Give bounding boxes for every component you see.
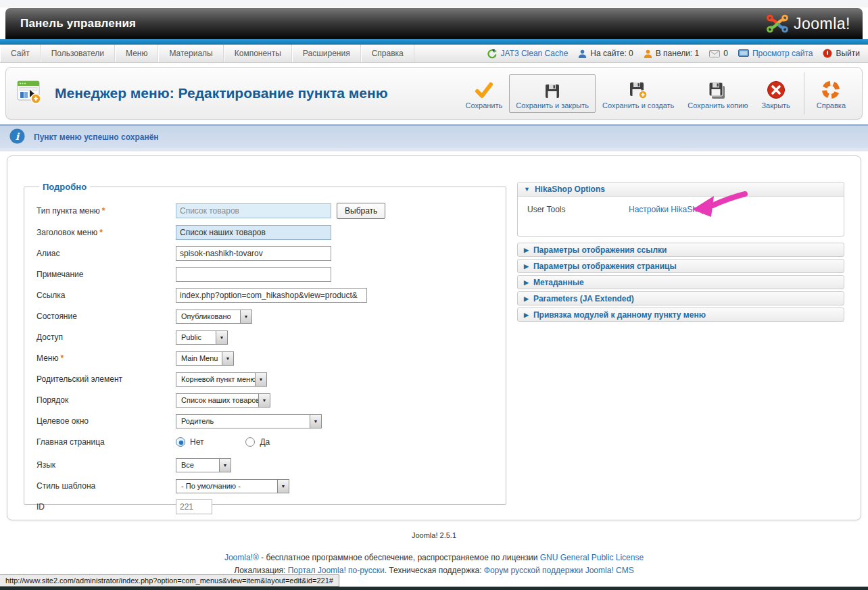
note-field[interactable] (176, 267, 331, 282)
cancel-icon (767, 79, 786, 99)
messages-counter[interactable]: 0 (709, 49, 728, 58)
hikashop-settings-link[interactable]: Настройки HikaShop (629, 203, 706, 214)
menu-components[interactable]: Компоненты (224, 45, 292, 62)
joomla-version: Joomla! 2.5.1 (0, 531, 868, 539)
joomla-logo: Joomla! (766, 12, 863, 35)
home-no-radio[interactable] (176, 437, 185, 447)
page-title: Менеджер меню: Редактирование пункта мен… (55, 85, 388, 101)
menu-label: Меню* (37, 353, 176, 363)
edit-form: Подробно Тип пункта меню* Выбрать Заголо… (7, 155, 861, 520)
menu-title-field[interactable] (176, 225, 331, 240)
metadata-panel-header[interactable]: ▶ Метаданные (517, 275, 844, 289)
toolbar: Менеджер меню: Редактирование пункта мен… (5, 67, 863, 120)
mail-icon (709, 50, 720, 57)
chevron-down-icon: ▼ (277, 480, 289, 493)
target-select[interactable]: Родитель▼ (176, 414, 322, 428)
save-copy-button[interactable]: Сохранить копию (681, 74, 754, 113)
options-sidebar: ▼ HikaShop Options User Tools Настройки … (517, 182, 844, 520)
target-label: Целевое окно (37, 416, 176, 426)
chevron-expanded-icon: ▼ (524, 186, 530, 193)
save-close-button[interactable]: Сохранить и закрыть (509, 74, 596, 113)
save-check-icon (475, 79, 493, 99)
support-text: . Техническая поддержка: (385, 566, 484, 575)
home-no-label: Нет (190, 437, 203, 447)
ordering-select[interactable]: Список наших товаров▼ (176, 393, 270, 408)
menu-extensions[interactable]: Расширения (292, 45, 361, 62)
joomla-star-icon (766, 12, 789, 35)
user-tools-label: User Tools (527, 203, 629, 214)
save-new-button[interactable]: Сохранить и создать (596, 74, 681, 113)
user-blue-icon (578, 49, 587, 58)
help-button[interactable]: Справка (810, 74, 852, 113)
menu-content[interactable]: Материалы (158, 45, 223, 62)
menu-type-label: Тип пункта меню* (37, 206, 176, 216)
clean-cache-icon (487, 49, 497, 59)
home-label: Главная страница (37, 437, 176, 447)
ordering-label: Порядок (37, 395, 176, 405)
user-orange-icon (644, 49, 652, 58)
home-yes-label: Да (260, 437, 270, 447)
alias-field[interactable] (176, 246, 331, 261)
link-display-panel-header[interactable]: ▶ Параметры отображения ссылки (517, 243, 844, 257)
logout-link[interactable]: Выйти (823, 49, 860, 58)
module-assignment-panel-header[interactable]: ▶ Привязка модулей к данному пункту меню (517, 308, 844, 322)
footer: Joomla! 2.5.1 Joomla!® - бесплатное прог… (0, 531, 868, 575)
link-label: Ссылка (37, 291, 176, 300)
chevron-collapsed-icon: ▶ (524, 247, 529, 253)
message-strip (0, 148, 868, 151)
hikashop-options-header[interactable]: ▼ HikaShop Options (518, 182, 844, 197)
status-area: JAT3 Clean Cache На сайте: 0 В панели: 1… (487, 45, 868, 62)
save-copy-icon (708, 79, 727, 99)
id-label: ID (37, 502, 176, 512)
language-select[interactable]: Все▼ (176, 458, 231, 472)
note-label: Примечание (37, 270, 176, 279)
save-close-icon (544, 79, 560, 99)
details-fieldset: Подробно Тип пункта меню* Выбрать Заголо… (24, 182, 506, 505)
state-select[interactable]: Опубликовано▼ (176, 310, 252, 324)
menu-type-field[interactable] (176, 203, 331, 218)
menu-select[interactable]: Main Menu▼ (176, 351, 234, 366)
link-field[interactable] (176, 288, 367, 303)
gnu-license-link[interactable]: GNU General Public License (540, 553, 644, 562)
access-select[interactable]: Public▼ (176, 330, 228, 345)
jat3-clean-cache-link[interactable]: JAT3 Clean Cache (487, 49, 568, 59)
logout-icon (823, 49, 832, 58)
toolbar-divider (804, 72, 804, 114)
chevron-collapsed-icon: ▶ (524, 263, 529, 270)
template-style-select[interactable]: - По умолчанию -▼ (176, 479, 289, 493)
menu-users[interactable]: Пользователи (41, 45, 115, 62)
id-field (176, 499, 212, 514)
parent-label: Родительский элемент (37, 374, 176, 384)
save-button[interactable]: Сохранить (459, 74, 510, 113)
message-text: Пункт меню успешно сохранён (34, 132, 159, 142)
preview-site-link[interactable]: Просмотр сайта (738, 49, 813, 58)
home-yes-radio[interactable] (245, 437, 255, 447)
joomla-logo-text: Joomla! (794, 15, 850, 33)
joomla-link[interactable]: Joomla!® (224, 553, 259, 562)
system-message: i Пункт меню успешно сохранён (0, 124, 868, 148)
access-label: Доступ (37, 333, 176, 342)
menu-menus[interactable]: Меню (115, 45, 158, 62)
parent-select[interactable]: Корневой пункт меню▼ (176, 372, 267, 387)
language-label: Язык (37, 460, 176, 470)
close-button[interactable]: Закрыть (754, 74, 796, 113)
browser-status-url: http://www.site2.com/administrator/index… (0, 574, 339, 587)
visitors-on-site: На сайте: 0 (578, 49, 633, 58)
chevron-down-icon: ▼ (222, 352, 233, 365)
menu-help[interactable]: Справка (361, 45, 414, 62)
chevron-down-icon: ▼ (240, 310, 251, 323)
toolbar-buttons: Сохранить Сохранить и закрыть (459, 72, 852, 114)
page-display-panel-header[interactable]: ▶ Параметры отображения страницы (517, 259, 844, 273)
browser-chrome-strip (0, 0, 868, 8)
hikashop-options-panel: ▼ HikaShop Options User Tools Настройки … (517, 182, 844, 237)
chevron-collapsed-icon: ▶ (524, 295, 529, 302)
joomla-admin-window: Панель управления Joomla! Сайт Пользоват… (0, 0, 868, 590)
menu-title-label: Заголовок меню* (37, 228, 176, 237)
help-icon (821, 79, 840, 99)
menu-site[interactable]: Сайт (0, 45, 41, 62)
joomla-russian-portal-link[interactable]: Портал Joomla! по-русски (288, 566, 385, 575)
select-type-button[interactable]: Выбрать (337, 203, 385, 219)
russian-support-forum-link[interactable]: Форум русской поддержки Joomla! CMS (484, 566, 634, 575)
ja-extended-panel-header[interactable]: ▶ Parameters (JA Extended) (517, 291, 844, 305)
localization-text: Локализация: (234, 566, 287, 575)
